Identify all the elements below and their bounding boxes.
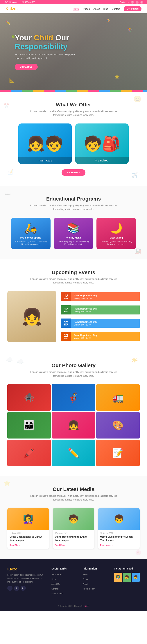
event-item-2[interactable]: 12 Mar Paint Happiness Day Monday 2:00 -…: [61, 304, 140, 316]
footer-useful-links-title: Useful Links: [51, 567, 77, 570]
gallery-item-captain[interactable]: 🦸: [52, 384, 95, 411]
footer-logo: Kidzo.: [7, 567, 46, 571]
latest-media-section: ⭐ 🌸 Our Latest Media Kidzo mission is to…: [0, 476, 147, 559]
stripe-separator: [0, 90, 147, 92]
event-month-2: Mar: [62, 311, 70, 313]
footer-link-about[interactable]: About Us: [51, 583, 60, 585]
nav-contact[interactable]: Contact: [112, 8, 120, 10]
footer-link-services[interactable]: Services Info: [51, 573, 63, 576]
media-thumb-3: 👦: [98, 508, 140, 530]
learn-more-button[interactable]: Learn More: [62, 169, 85, 176]
event-info-4: Paint Happiness Day Monday 3:00 - 13:00: [71, 332, 140, 341]
doodle-kite: 🪁: [127, 28, 132, 33]
infant-label: Infant Care: [18, 157, 72, 164]
footer-copyright: © Copyright 2021 Design By: [58, 605, 83, 607]
hero-title-line1: Your Child Our: [15, 34, 69, 42]
logo-text: Kidzo: [6, 6, 17, 11]
footer-info-terms[interactable]: Terms of Plan: [83, 588, 95, 590]
media-grid: 👩‍🏫 12 August 2021 Using Backlighting to…: [7, 508, 140, 549]
hero-contact-button[interactable]: Contact Us: [15, 64, 38, 70]
event-time-3: Monday 3:00 - 13:00: [74, 324, 137, 326]
media-card-2[interactable]: 🧒 12 August 2021 Using Backlighting to E…: [53, 508, 94, 549]
site-logo[interactable]: Kidzo.: [6, 6, 18, 11]
footer-info-news[interactable]: News: [83, 573, 88, 576]
program-card-meals[interactable]: 📚 Healthy Meals The amazing play to star…: [54, 218, 93, 249]
media-date-1: 12 August 2021: [10, 532, 47, 534]
footer-twitter-icon[interactable]: t: [14, 586, 19, 591]
gallery-item-craft[interactable]: 🎨: [96, 412, 140, 438]
phone-info: +1 (0) 123 456 789: [20, 1, 35, 3]
media-link-3[interactable]: Read More →: [100, 544, 113, 546]
doodle-ruler: 📐: [9, 78, 14, 83]
event-item-1[interactable]: 12 Mar Paint Happiness Day Monday 12:00 …: [61, 291, 140, 302]
event-day-2: 12: [62, 307, 70, 311]
hero-section: ✏️ 🪁 ⭐ 🎨 📐 🍀 Your Child Our Responsibili…: [0, 13, 147, 90]
deco-flower: 🌸: [135, 549, 141, 555]
gallery-item-classroom[interactable]: 📝: [96, 440, 140, 466]
offer-section-subtitle: Kidzo mission is to provide affordable, …: [29, 110, 118, 117]
event-month-3: Mar: [62, 324, 70, 326]
event-date-2: 12 Mar: [61, 305, 71, 314]
insta-photo-1[interactable]: 👩‍🏫: [114, 573, 122, 582]
events-section-title: Upcoming Events: [7, 270, 140, 276]
social-instagram-icon[interactable]: in: [140, 1, 143, 4]
hero-child-word: Child: [34, 34, 53, 42]
classroom-icon: 📝: [112, 448, 124, 458]
media-card-1[interactable]: 👩‍🏫 12 August 2021 Using Backlighting to…: [7, 508, 49, 549]
sports-title: Pre-School Sports: [14, 236, 48, 239]
media-link-2[interactable]: Read More →: [55, 544, 68, 546]
contact-us-link[interactable]: Contact Us: [120, 1, 129, 3]
nav-about[interactable]: About: [93, 8, 100, 10]
gallery-item-girl[interactable]: 👧: [52, 412, 95, 438]
footer-instagram-col: Instagram Feed 👩‍🏫 🧒 👦: [114, 567, 140, 596]
media-title-3: Using Backlighting to Enhan Your Images: [100, 535, 137, 542]
offer-card-preschool[interactable]: 🧒🎒 Pre School: [75, 124, 129, 164]
insta-photo-2[interactable]: 🧒: [123, 573, 131, 582]
drawing-icon: ✏️: [68, 448, 79, 458]
event-date-3: 12 Mar: [61, 318, 71, 328]
footer-facebook-icon[interactable]: f: [7, 586, 13, 591]
upcoming-events-section: Upcoming Events Kidzo mission is to prov…: [0, 260, 147, 353]
crayons-icon: 🖍️: [23, 448, 35, 458]
nav-pages[interactable]: Pages: [83, 8, 90, 10]
program-card-babysitting[interactable]: 🌙 BabySitting The amazing play to start …: [96, 218, 136, 249]
footer-instagram-feed: 👩‍🏫 🧒 👦: [114, 573, 140, 582]
get-started-button[interactable]: Get Started: [124, 6, 141, 12]
footer-info-about[interactable]: About: [83, 583, 88, 585]
event-info-2: Paint Happiness Day Monday 2:00 - 13:00: [71, 306, 140, 314]
doodle-paint: 🎨: [107, 19, 110, 22]
gallery-item-kids[interactable]: 👨‍👩‍👧‍👦: [7, 412, 51, 438]
media-card-3[interactable]: 👦 12 August 2021 Using Backlighting to E…: [98, 508, 140, 549]
event-item-4[interactable]: 12 Mar Paint Happiness Day Monday 3:00 -…: [61, 330, 140, 342]
gallery-item-drawing[interactable]: ✏️: [52, 440, 95, 466]
footer-grid: Kidzo. Lorem ipsum dolor sit amet consec…: [7, 567, 140, 596]
gallery-item-crayons[interactable]: 🖍️: [7, 440, 51, 466]
events-child-image: 👧: [22, 307, 42, 326]
nav-home[interactable]: Home: [73, 7, 79, 10]
site-footer: Kidzo. Lorem ipsum dolor sit amet consec…: [0, 559, 147, 611]
program-card-sports[interactable]: 🛵 Pre-School Sports The amazing play to …: [11, 218, 51, 249]
footer-instagram-icon[interactable]: in: [21, 586, 26, 591]
footer-logo-text: Kidzo: [7, 567, 17, 571]
educational-programs-section: 〰️ 🚂 Educational Programs Kidzo mission …: [0, 186, 147, 260]
nav-blog[interactable]: Blog: [103, 8, 108, 10]
footer-link-home[interactable]: Home: [51, 578, 57, 580]
insta-photo-3[interactable]: 👦: [132, 573, 140, 582]
gallery-section-title: Our Photo Gallery: [7, 362, 140, 368]
top-bar-right: Contact Us f t in: [120, 1, 143, 4]
media-link-1[interactable]: Read More →: [10, 544, 23, 546]
offer-card-infant[interactable]: 👧🧒 Infant Care: [18, 124, 72, 164]
event-item-3[interactable]: 12 Mar Paint Happiness Day Monday 3:00 -…: [61, 318, 140, 329]
social-twitter-icon[interactable]: t: [136, 1, 138, 4]
footer-information-list: News Press About Terms of Plan: [83, 573, 108, 590]
footer-brand-link[interactable]: Kidzo: [84, 605, 89, 607]
gallery-item-spiderman[interactable]: 🕷️: [7, 384, 51, 411]
media-body-1: 12 August 2021 Using Backlighting to Enh…: [7, 530, 49, 549]
art-craft-icon: 🎨: [112, 420, 124, 430]
footer-link-contact[interactable]: Contact: [51, 588, 58, 590]
social-facebook-icon[interactable]: f: [131, 1, 134, 4]
media-title-2: Using Backlighting to Enhan Your Images: [55, 535, 92, 542]
gallery-item-toys[interactable]: 🚛: [96, 384, 140, 411]
footer-info-press[interactable]: Press: [83, 578, 88, 580]
footer-link-plan[interactable]: Links of Plan: [51, 592, 63, 595]
